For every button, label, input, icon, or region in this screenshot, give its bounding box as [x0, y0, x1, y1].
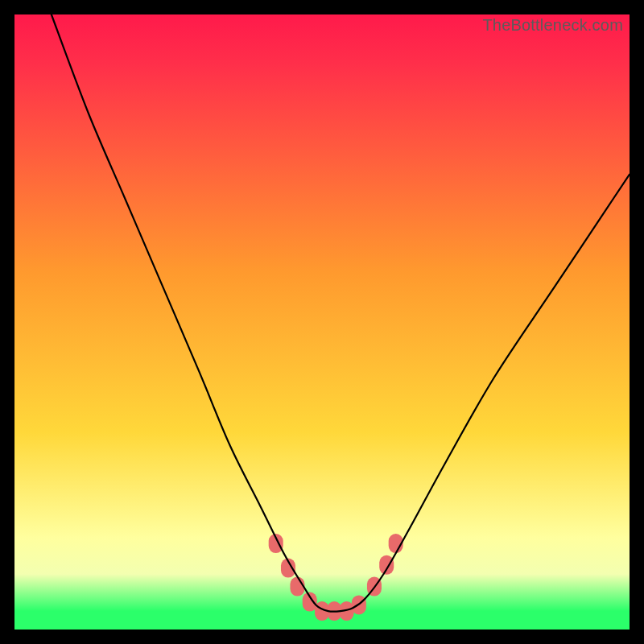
plot-area: TheBottleneck.com	[14, 14, 630, 630]
chart-frame: TheBottleneck.com	[0, 0, 644, 644]
marker-blob	[290, 577, 304, 597]
marker-blob	[379, 555, 394, 575]
curve-layer	[14, 14, 630, 630]
bottleneck-curve	[52, 14, 630, 612]
marker-blobs	[269, 534, 403, 621]
